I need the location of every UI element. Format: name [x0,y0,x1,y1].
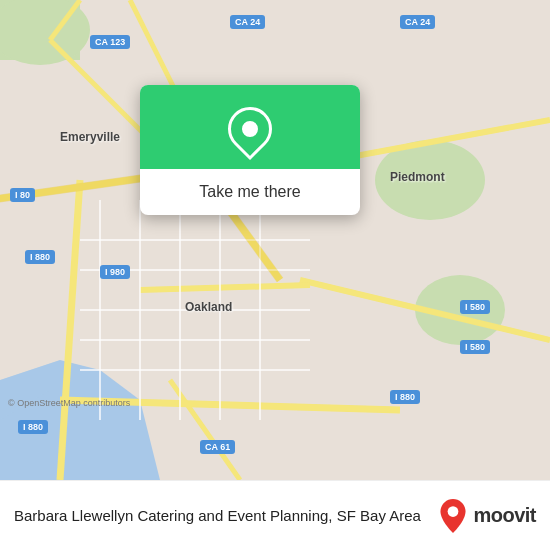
piedmont-label: Piedmont [390,170,445,184]
popup-card: Take me there [140,85,360,215]
svg-point-30 [448,506,459,517]
ca24-shield-2: CA 24 [400,15,435,29]
bottom-bar: Barbara Llewellyn Catering and Event Pla… [0,480,550,550]
moovit-logo: moovit [439,499,536,533]
moovit-pin-icon [439,499,467,533]
map-pin-icon [219,98,281,160]
ca61-shield: CA 61 [200,440,235,454]
i880-shield-south: I 880 [18,420,48,434]
i580-shield-bottom: I 580 [460,340,490,354]
i880-shield-north: I 880 [25,250,55,264]
map-attribution: © OpenStreetMap contributors [8,398,130,408]
popup-body: Take me there [140,169,360,215]
i980-shield: I 980 [100,265,130,279]
business-name: Barbara Llewellyn Catering and Event Pla… [14,507,439,524]
i80-shield: I 80 [10,188,35,202]
ca123-shield: CA 123 [90,35,130,49]
take-me-there-button[interactable]: Take me there [156,183,344,201]
popup-header [140,85,360,169]
i580-shield-right: I 580 [460,300,490,314]
map-svg [0,0,550,480]
ca24-shield-1: CA 24 [230,15,265,29]
map-container: Emeryville Oakland Piedmont I 80 I 880 I… [0,0,550,480]
oakland-label: Oakland [185,300,232,314]
i880-shield-bottom: I 880 [390,390,420,404]
emeryville-label: Emeryville [60,130,120,144]
moovit-text: moovit [473,504,536,527]
